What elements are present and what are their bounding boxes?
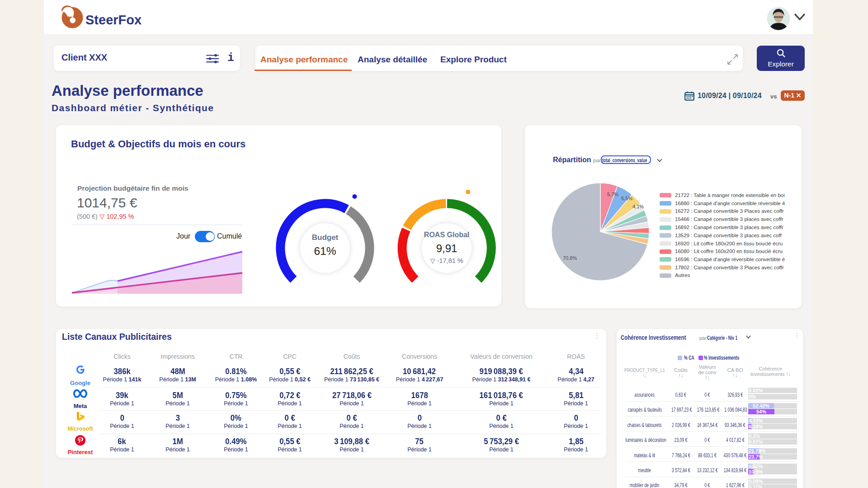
svg-text:▽ -17,81 %: ▽ -17,81 % [430,257,463,264]
svg-text:Budget: Budget [312,233,339,242]
svg-text:ROAS Global: ROAS Global [424,231,469,239]
svg-text:5,7%: 5,7% [607,192,618,197]
svg-text:4,1%: 4,1% [632,204,644,209]
svg-text:70,8%: 70,8% [563,255,577,261]
svg-text:61%: 61% [314,245,336,257]
svg-text:9,91: 9,91 [436,242,458,254]
svg-text:5,5%: 5,5% [621,196,632,201]
